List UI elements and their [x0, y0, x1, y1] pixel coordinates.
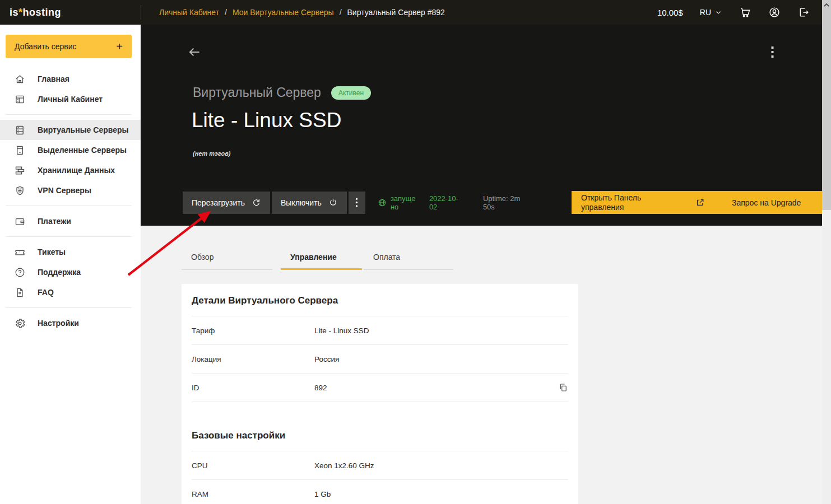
sidebar-item-home[interactable]: Главная: [0, 69, 141, 89]
restart-button[interactable]: Перезагрузить: [183, 192, 270, 214]
detail-row: RAM1 Gb: [192, 480, 568, 504]
page-title: Lite - Linux SSD: [192, 109, 341, 132]
chevron-down-icon: [714, 8, 722, 16]
sidebar-item-question-circle[interactable]: Поддержка: [0, 262, 141, 282]
detail-row: ЛокацияРоссия: [192, 345, 568, 374]
kebab-icon: [352, 198, 361, 207]
cart-icon[interactable]: [739, 6, 751, 18]
more-options-icon[interactable]: [766, 45, 778, 59]
breadcrumb-separator: /: [340, 8, 342, 17]
virtual-server-icon: [14, 124, 26, 136]
vpn-shield-icon: [14, 185, 26, 197]
sidebar-item-label: Платежи: [38, 217, 71, 226]
breadcrumb-item: Виртуальный Сервер #892: [347, 8, 445, 17]
ticket-icon: [14, 246, 26, 258]
restart-label: Перезагрузить: [192, 198, 245, 207]
detail-label: ID: [192, 384, 314, 392]
sidebar-item-label: Виртуальные Серверы: [38, 125, 128, 134]
sidebar-group: ГлавнаяЛичный Кабинет: [0, 64, 141, 114]
start-date: 2022-10-02: [429, 194, 462, 211]
open-control-panel-button[interactable]: Открыть Панель управления: [572, 193, 713, 212]
sidebar-item-vpn-shield[interactable]: VPN Серверы: [0, 180, 141, 200]
section-title: Базовые настройки: [192, 419, 568, 451]
server-action-bar: Перезагрузить Выключить запущено 2022-10…: [183, 191, 781, 214]
server-details-card: Детали Виртуального СервераТарифLite - L…: [182, 284, 578, 504]
scrollbar-thumb[interactable]: [822, 0, 831, 210]
account-balance[interactable]: 10.00$: [657, 8, 683, 17]
sidebar-item-storage[interactable]: Хранилище Данных: [0, 160, 141, 180]
tab-management[interactable]: Управление: [281, 249, 362, 270]
document-icon: [14, 287, 26, 298]
language-value: RU: [700, 8, 711, 17]
sidebar-item-label: Тикеты: [38, 248, 66, 256]
sidebar-item-label: VPN Серверы: [38, 186, 91, 195]
upgrade-label: Запрос на Upgrade: [732, 198, 801, 207]
breadcrumb: Личный Кабинет/Мои Виртуальные Серверы/В…: [141, 8, 445, 17]
detail-value: 892: [314, 384, 327, 392]
sidebar-group: Платежи: [0, 206, 141, 236]
detail-label: Локация: [192, 355, 314, 363]
question-circle-icon: [14, 267, 26, 278]
open-panel-label: Открыть Панель управления: [581, 193, 671, 212]
dedicated-server-icon: [14, 144, 26, 156]
sidebar-group: Виртуальные СерверыВыделенные СерверыХра…: [0, 115, 141, 206]
logo-star-icon: *: [18, 7, 23, 18]
status-text: запущено: [391, 194, 419, 211]
app-logo[interactable]: is*hosting: [0, 7, 141, 18]
detail-value: Россия: [314, 355, 339, 363]
sidebar-item-label: Настройки: [38, 319, 79, 328]
tags-placeholder[interactable]: (нет тэгов): [193, 150, 230, 157]
sidebar-item-wallet[interactable]: Платежи: [0, 211, 141, 231]
shutdown-label: Выключить: [281, 198, 322, 207]
gear-icon: [14, 318, 26, 329]
tab-billing[interactable]: Оплата: [364, 249, 453, 270]
add-service-button[interactable]: Добавить сервис +: [6, 35, 132, 58]
logout-icon[interactable]: [797, 6, 810, 18]
sidebar-group: ТикетыПоддержкаFAQ: [0, 237, 141, 307]
wallet-icon: [14, 216, 26, 227]
user-icon[interactable]: [768, 6, 781, 18]
language-selector[interactable]: RU: [700, 8, 722, 17]
detail-row: CPUXeon 1x2.60 GHz: [192, 451, 568, 480]
sidebar-item-gear[interactable]: Настройки: [0, 313, 141, 333]
detail-row: ТарифLite - Linux SSD: [192, 316, 568, 345]
upgrade-request-button[interactable]: Запрос на Upgrade: [713, 198, 801, 207]
section-title: Детали Виртуального Сервера: [192, 284, 568, 316]
breadcrumb-item[interactable]: Мои Виртуальные Серверы: [233, 8, 334, 17]
uptime-text: Uptime: 2m 50s: [483, 194, 529, 211]
sidebar-item-label: FAQ: [38, 288, 54, 297]
tab-overview[interactable]: Обзор: [182, 249, 272, 270]
plus-icon: +: [116, 40, 123, 53]
detail-value: Xeon 1x2.60 GHz: [314, 461, 374, 470]
panel-actions: Открыть Панель управления Запрос на Upgr…: [572, 191, 823, 214]
sidebar-item-dedicated-server[interactable]: Выделенные Серверы: [0, 140, 141, 160]
external-link-icon: [695, 198, 705, 207]
sidebar-item-virtual-server[interactable]: Виртуальные Серверы: [0, 120, 141, 140]
server-type-label: Виртуальный Сервер: [193, 85, 321, 100]
more-actions-button[interactable]: [349, 192, 365, 214]
status-badge: Активен: [331, 86, 371, 100]
back-arrow-icon[interactable]: [187, 45, 202, 59]
topbar: is*hosting Личный Кабинет/Мои Виртуальны…: [0, 0, 822, 25]
scrollbar-up-icon[interactable]: [822, 1, 831, 9]
logo-right: hosting: [23, 7, 62, 18]
sidebar-item-cabinet[interactable]: Личный Кабинет: [0, 89, 141, 109]
detail-label: RAM: [192, 490, 314, 498]
power-icon: [328, 198, 338, 207]
shutdown-button[interactable]: Выключить: [272, 192, 347, 214]
main-content: Виртуальный Сервер Активен Lite - Linux …: [141, 25, 822, 504]
sidebar: Добавить сервис + ГлавнаяЛичный КабинетВ…: [0, 25, 141, 504]
sidebar-item-label: Главная: [38, 74, 69, 83]
sidebar-group: Настройки: [0, 308, 141, 338]
page-scrollbar[interactable]: [822, 0, 831, 504]
app-root: is*hosting Личный Кабинет/Мои Виртуальны…: [0, 0, 831, 504]
sidebar-item-label: Хранилище Данных: [38, 166, 115, 175]
home-icon: [14, 73, 26, 85]
breadcrumb-separator: /: [225, 8, 227, 17]
refresh-icon: [252, 198, 261, 207]
detail-label: Тариф: [192, 326, 314, 335]
breadcrumb-item[interactable]: Личный Кабинет: [159, 8, 219, 17]
sidebar-item-document[interactable]: FAQ: [0, 282, 141, 302]
sidebar-item-ticket[interactable]: Тикеты: [0, 242, 141, 262]
copy-icon[interactable]: [558, 382, 568, 393]
